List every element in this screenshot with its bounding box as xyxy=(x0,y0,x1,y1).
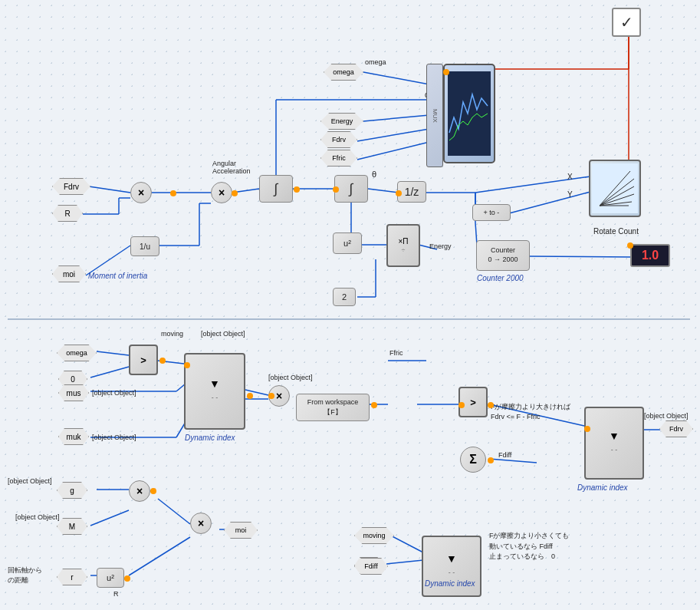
counter-range: 0 → 2000 xyxy=(488,256,518,263)
omega-source[interactable]: omega xyxy=(324,64,363,81)
g-block[interactable]: g xyxy=(57,482,87,499)
fdrv-top-block[interactable]: Fdrv xyxy=(52,178,90,195)
dynamic-index3-block[interactable]: ▼- - xyxy=(422,536,481,597)
moment-of-inertia-label: Moment of inertia xyxy=(88,272,147,280)
inv-u-block[interactable]: 1/u xyxy=(130,236,159,256)
svg-line-14 xyxy=(509,192,590,213)
fdrv-source[interactable]: Fdrv xyxy=(320,131,357,148)
svg-line-35 xyxy=(97,351,129,355)
dynamic-index2-label: Dynamic index xyxy=(577,483,628,492)
counter-block[interactable]: Counter0 → 2000 xyxy=(476,240,530,271)
omega-line-label: omega xyxy=(365,58,386,66)
fric-condition-label: Fが摩擦力より大きければFdrv <= F - Ffric xyxy=(491,402,571,421)
svg-line-45 xyxy=(158,499,190,524)
moi-out-block[interactable]: moi xyxy=(224,522,258,539)
dynamic-index2-block[interactable]: ▼- - xyxy=(584,407,644,480)
m-block[interactable]: M xyxy=(57,518,87,535)
dynamic-index1-label: Dynamic index xyxy=(185,434,235,442)
x-label: X xyxy=(567,173,573,181)
u-sq-block[interactable]: u² xyxy=(333,232,362,254)
display-block[interactable]: 1.0 xyxy=(630,244,670,267)
moving-label: moving xyxy=(161,330,183,338)
xy-scope[interactable] xyxy=(589,160,641,217)
simulink-canvas: Fdrv R moi × 1/u × AngularAcceleration ∫… xyxy=(0,0,700,610)
muk-b-block[interactable]: muk xyxy=(58,428,89,445)
svg-line-56 xyxy=(386,560,423,564)
mass-label: [object Object] xyxy=(15,513,60,521)
r-block[interactable]: R xyxy=(52,205,83,222)
dynamic-index3-label: Dynamic index xyxy=(425,579,475,588)
comparator1-block[interactable]: > xyxy=(129,345,158,375)
checkmark-block[interactable]: ✓ xyxy=(612,8,641,37)
driving-force-label: [object Object] xyxy=(644,412,688,420)
r-label-bottom: R xyxy=(113,590,119,598)
ffric-out-label: Ffric xyxy=(389,349,403,357)
svg-rect-58 xyxy=(448,71,491,156)
fdiff-label: Fdiff xyxy=(498,451,511,459)
multiply-g-block[interactable]: × xyxy=(129,480,150,502)
dist-label: 回転軸からの距離 xyxy=(8,565,42,585)
svg-line-54 xyxy=(489,459,537,463)
counter2000-label: Counter 2000 xyxy=(477,274,524,282)
y-label: Y xyxy=(567,190,573,199)
svg-line-22 xyxy=(363,115,429,121)
svg-line-47 xyxy=(129,537,190,575)
dynamic-fric-label: [object Object] xyxy=(92,434,136,441)
to-minus-block[interactable]: + to - xyxy=(472,204,511,221)
friction-force-label: [object Object] xyxy=(268,374,313,381)
fdrv-out-block[interactable]: Fdrv xyxy=(659,420,693,437)
angular-acc-label: AngularAcceleration xyxy=(212,160,251,175)
svg-line-13 xyxy=(475,176,590,193)
fdiff-b2-block[interactable]: Fdiff xyxy=(354,558,388,575)
mus-b-block[interactable]: mus xyxy=(58,384,89,401)
mux-block[interactable]: MUX xyxy=(426,64,443,167)
svg-line-23 xyxy=(357,129,429,141)
moving-b2-block[interactable]: moving xyxy=(354,527,394,544)
svg-line-24 xyxy=(357,142,429,160)
gravity-label: [object Object] xyxy=(8,477,52,485)
svg-line-36 xyxy=(90,367,129,378)
static-fric-label: [object Object] xyxy=(92,389,136,397)
const2-block[interactable]: 2 xyxy=(333,288,356,306)
theta-label: θ xyxy=(372,170,376,179)
speed-note: [object Object] xyxy=(201,330,245,338)
energy-source[interactable]: Energy xyxy=(320,113,363,130)
svg-line-44 xyxy=(90,510,129,526)
multiply-m-block[interactable]: × xyxy=(190,513,212,534)
small-cond-label: Fが摩擦力より小さくても動いているなら Fdiff止まっているなら 0 xyxy=(489,531,570,562)
integrator1-block[interactable]: ∫ xyxy=(259,175,293,203)
multiply2-block[interactable]: × xyxy=(211,182,232,203)
moi-block[interactable]: moi xyxy=(52,265,86,282)
multiply1-block[interactable]: × xyxy=(130,182,152,203)
r-b-block[interactable]: r xyxy=(57,569,87,585)
ffric-source[interactable]: Ffric xyxy=(320,150,357,167)
scope-block[interactable] xyxy=(443,64,495,163)
sum-block[interactable]: Σ xyxy=(460,447,486,473)
svg-line-0 xyxy=(89,186,130,193)
integrator2-block[interactable]: ∫ xyxy=(334,175,368,203)
dynamic-index1-block[interactable]: ▼- - xyxy=(184,353,245,430)
from-workspace-block[interactable]: From workspace【F】 xyxy=(296,394,370,421)
u-sq-b-block[interactable]: u² xyxy=(97,568,124,588)
omega-b-block[interactable]: omega xyxy=(57,345,97,361)
svg-line-11 xyxy=(368,189,399,193)
energy-output-label: Energy xyxy=(429,242,452,250)
svg-line-19 xyxy=(363,72,429,84)
rotate-count-label: Rotate Count xyxy=(593,227,639,236)
pi-product-block[interactable]: ×Π÷ xyxy=(386,224,420,267)
svg-line-15 xyxy=(530,256,633,257)
